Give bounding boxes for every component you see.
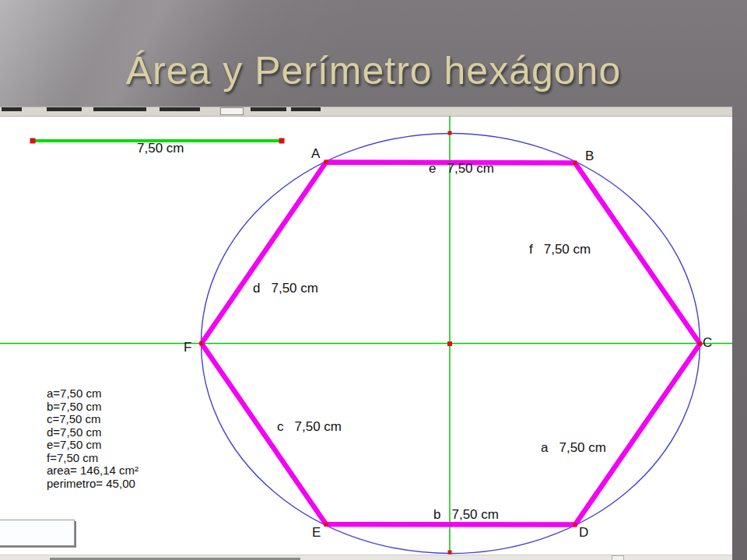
side-label-c: c7,50 cm	[277, 419, 342, 435]
vertex-handle-E[interactable]	[324, 523, 328, 527]
side-letter: f	[529, 242, 533, 257]
side-value: 7,50 cm	[271, 281, 317, 296]
vertex-label-A: A	[311, 146, 320, 162]
toolbar-button[interactable]	[160, 107, 200, 111]
toolbar-button[interactable]	[47, 107, 82, 111]
result-line: a=7,50 cm	[47, 387, 139, 401]
side-letter: b	[433, 507, 440, 522]
side-label-e: e7,50 cm	[429, 161, 494, 177]
side-value: 7,50 cm	[559, 440, 605, 455]
vertex-handle-B[interactable]	[573, 161, 577, 165]
vertex-label-E: E	[312, 525, 321, 541]
bottom-left-button[interactable]	[0, 520, 75, 546]
toolbar-button[interactable]	[291, 107, 321, 111]
side-label-d: d7,50 cm	[253, 281, 318, 296]
result-line-area: area= 146,14 cm²	[47, 464, 139, 478]
side-letter: c	[277, 419, 284, 434]
center-point-handle[interactable]	[447, 341, 452, 346]
side-letter: e	[429, 161, 436, 176]
side-value: 7,50 cm	[544, 242, 591, 257]
toolbar-button[interactable]	[251, 107, 286, 111]
side-letter: d	[253, 281, 260, 296]
toolbar-button-pressed[interactable]	[220, 107, 244, 115]
circle-bottom-point[interactable]	[448, 551, 452, 555]
vertex-handle-A[interactable]	[324, 160, 328, 164]
side-value: 7,50 cm	[447, 161, 493, 176]
result-line: f=7,50 cm	[47, 452, 139, 465]
side-label-b: b7,50 cm	[433, 507, 499, 523]
status-bar	[0, 555, 732, 560]
vertex-handle-F[interactable]	[200, 341, 204, 345]
side-letter: a	[541, 440, 548, 455]
ruler-endpoint-handle[interactable]	[30, 138, 36, 144]
side-value: 7,50 cm	[295, 419, 342, 434]
vertex-label-B: B	[585, 149, 594, 164]
result-line-perimeter: perimetro= 45,00	[47, 478, 139, 491]
result-line: d=7,50 cm	[47, 426, 139, 439]
geometry-app-window: 7,50 cm A B C D E F e7,50 cm f7,50 cm a7…	[0, 107, 732, 560]
toolbar-button[interactable]	[2, 107, 22, 111]
ruler-measurement-label: 7,50 cm	[137, 141, 184, 156]
results-block: a=7,50 cm b=7,50 cm c=7,50 cm d=7,50 cm …	[47, 387, 139, 490]
vertex-label-D: D	[579, 525, 588, 541]
result-line: e=7,50 cm	[47, 439, 139, 452]
vertex-handle-C[interactable]	[698, 342, 702, 346]
vertex-handle-D[interactable]	[573, 523, 577, 527]
result-line: b=7,50 cm	[47, 401, 139, 414]
side-label-a: a7,50 cm	[541, 440, 606, 456]
ruler-endpoint-handle[interactable]	[279, 138, 285, 144]
result-line: c=7,50 cm	[47, 413, 139, 426]
vertex-label-F: F	[184, 340, 191, 355]
circle-top-point[interactable]	[448, 131, 452, 135]
page-title: Área y Perímetro hexágono	[0, 48, 747, 93]
status-bar-button[interactable]	[612, 555, 624, 560]
vertex-label-C: C	[703, 335, 712, 351]
toolbar-button[interactable]	[93, 107, 146, 111]
side-value: 7,50 cm	[451, 507, 498, 522]
side-label-f: f7,50 cm	[529, 242, 591, 257]
